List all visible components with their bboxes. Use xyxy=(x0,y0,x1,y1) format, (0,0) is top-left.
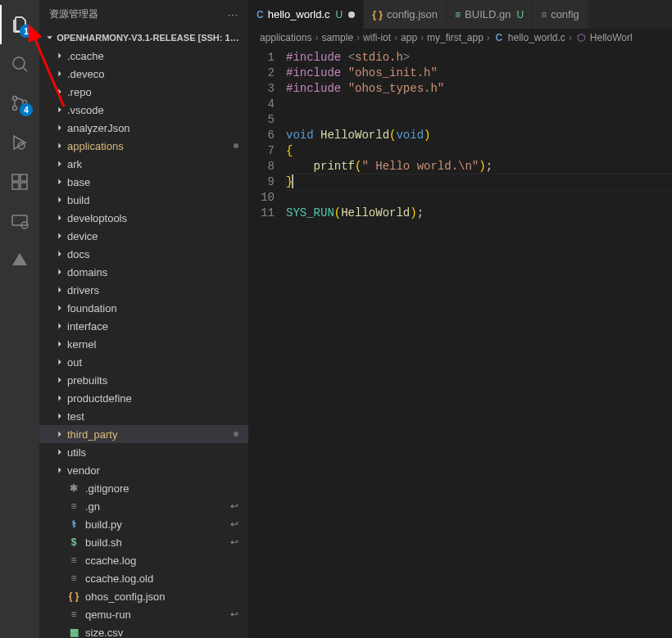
tree-item-label: qemu-run xyxy=(85,609,131,621)
tab-config-json[interactable]: { }config.json xyxy=(364,0,447,29)
folder--vscode[interactable]: .vscode xyxy=(39,101,248,119)
activity-extensions[interactable] xyxy=(0,162,39,201)
folder-build[interactable]: build xyxy=(39,191,248,209)
code-line[interactable]: void HelloWorld(void) xyxy=(286,128,672,143)
activity-run[interactable] xyxy=(0,123,39,162)
svg-rect-8 xyxy=(20,174,27,181)
chevron-right-icon xyxy=(54,122,66,133)
code-line[interactable] xyxy=(286,112,672,128)
tree-item-label: drivers xyxy=(67,284,99,296)
activity-cloud[interactable] xyxy=(0,241,39,280)
tree-item-label: test xyxy=(67,410,84,423)
tab-label: BUILD.gn xyxy=(465,8,511,20)
breadcrumb[interactable]: applications›sample›wifi-iot›app›my_firs… xyxy=(248,29,672,47)
code-line[interactable]: #include "ohos_types.h" xyxy=(286,81,672,97)
line-number: 3 xyxy=(248,81,275,97)
tree-item-label: kernel xyxy=(67,338,96,351)
project-root[interactable]: OPENHARMONY-V3.1-RELEASE [SSH: 192.1... xyxy=(39,29,248,47)
activity-remote[interactable] xyxy=(0,201,39,241)
tree-item-label: .repo xyxy=(67,86,92,98)
lines-icon: ≡ xyxy=(541,9,547,20)
line-number: 1 xyxy=(248,50,275,66)
lines-icon: ≡ xyxy=(67,554,80,567)
code-line[interactable]: printf(" Hello world.\n"); xyxy=(286,159,672,174)
folder-domains[interactable]: domains xyxy=(39,263,248,281)
folder-applications[interactable]: applications xyxy=(39,137,248,155)
folder-base[interactable]: base xyxy=(39,173,248,191)
code-line[interactable]: } xyxy=(286,174,672,190)
file-build-py[interactable]: ⚕build.py↩ xyxy=(39,515,248,533)
chevron-right-icon: › xyxy=(315,32,318,43)
code-content[interactable]: #include <stdio.h>#include "ohos_init.h"… xyxy=(286,50,672,638)
breadcrumb-segment[interactable]: applications xyxy=(260,32,311,43)
code-editor[interactable]: 1234567891011 #include <stdio.h>#include… xyxy=(248,47,672,638)
folder--ccache[interactable]: .ccache xyxy=(39,47,248,65)
tree-item-label: build xyxy=(67,194,89,206)
gn-icon: ≡ xyxy=(455,9,461,20)
folder-device[interactable]: device xyxy=(39,227,248,245)
chevron-right-icon xyxy=(54,356,66,368)
activity-explorer[interactable]: 1 xyxy=(0,5,39,44)
file-size-csv[interactable]: ▦size.csv xyxy=(39,623,248,638)
tab-hello-world-c[interactable]: Chello_world.cU xyxy=(248,0,364,29)
search-icon xyxy=(10,54,30,74)
file-build-sh[interactable]: $build.sh↩ xyxy=(39,533,248,551)
breadcrumb-file[interactable]: hello_world.c xyxy=(508,32,565,43)
activity-search[interactable] xyxy=(0,44,39,84)
folder--deveco[interactable]: .deveco xyxy=(39,65,248,83)
folder-productdefine[interactable]: productdefine xyxy=(39,389,248,407)
code-line[interactable]: { xyxy=(286,143,672,159)
folder-kernel[interactable]: kernel xyxy=(39,335,248,353)
svg-rect-6 xyxy=(12,183,19,189)
chevron-right-icon xyxy=(54,176,66,188)
tab-config[interactable]: ≡config xyxy=(533,0,588,29)
file-ccache-log-old[interactable]: ≡ccache.log.old xyxy=(39,569,248,587)
sidebar-more-button[interactable]: ··· xyxy=(228,9,238,20)
code-line[interactable]: #include "ohos_init.h" xyxy=(286,66,672,81)
folder-analyzerjson[interactable]: analyzerJson xyxy=(39,119,248,137)
line-number: 8 xyxy=(248,159,275,174)
activity-scm[interactable]: 4 xyxy=(0,84,39,123)
folder-docs[interactable]: docs xyxy=(39,245,248,263)
line-number: 5 xyxy=(248,112,275,128)
tab-build-gn[interactable]: ≡BUILD.gnU xyxy=(447,0,533,29)
breadcrumb-segment[interactable]: wifi-iot xyxy=(363,32,391,43)
folder-vendor[interactable]: vendor xyxy=(39,461,248,479)
chevron-right-icon xyxy=(54,50,66,61)
tree-item-label: build.sh xyxy=(85,536,122,549)
c-lang-icon: C xyxy=(257,9,264,20)
file-ccache-log[interactable]: ≡ccache.log xyxy=(39,551,248,569)
breadcrumb-symbol[interactable]: HelloWorl xyxy=(590,32,633,43)
tree-item-label: ohos_config.json xyxy=(85,590,166,603)
folder--repo[interactable]: .repo xyxy=(39,83,248,101)
file-ohos-config-json[interactable]: { }ohos_config.json xyxy=(39,587,248,605)
file--gitignore[interactable]: ✱.gitignore xyxy=(39,479,248,497)
code-line[interactable]: SYS_RUN(HelloWorld); xyxy=(286,206,672,221)
folder-utils[interactable]: utils xyxy=(39,443,248,461)
folder-foundation[interactable]: foundation xyxy=(39,299,248,317)
folder-drivers[interactable]: drivers xyxy=(39,281,248,299)
tree-item-label: .gn xyxy=(85,500,100,513)
file-tree[interactable]: .ccache.deveco.repo.vscodeanalyzerJsonap… xyxy=(39,47,248,638)
code-line[interactable]: #include <stdio.h> xyxy=(286,50,672,66)
code-line[interactable] xyxy=(286,190,672,206)
folder-ark[interactable]: ark xyxy=(39,155,248,173)
folder-prebuilts[interactable]: prebuilts xyxy=(39,371,248,389)
tab-label: config.json xyxy=(387,8,438,20)
chevron-right-icon: › xyxy=(569,32,572,43)
folder-test[interactable]: test xyxy=(39,407,248,425)
tree-item-label: .ccache xyxy=(67,50,104,62)
file-qemu-run[interactable]: ≡qemu-run↩ xyxy=(39,605,248,623)
code-line[interactable] xyxy=(286,97,672,112)
tree-item-label: .deveco xyxy=(67,68,105,80)
folder-developtools[interactable]: developtools xyxy=(39,209,248,227)
breadcrumb-segment[interactable]: sample xyxy=(321,32,353,43)
file--gn[interactable]: ≡.gn↩ xyxy=(39,497,248,515)
folder-out[interactable]: out xyxy=(39,353,248,371)
folder-interface[interactable]: interface xyxy=(39,317,248,335)
breadcrumb-segment[interactable]: app xyxy=(401,32,417,43)
folder-third-party[interactable]: third_party xyxy=(39,425,248,443)
json-icon: { } xyxy=(372,9,383,20)
breadcrumb-segment[interactable]: my_first_app xyxy=(427,32,484,43)
table-icon: ▦ xyxy=(67,626,80,638)
